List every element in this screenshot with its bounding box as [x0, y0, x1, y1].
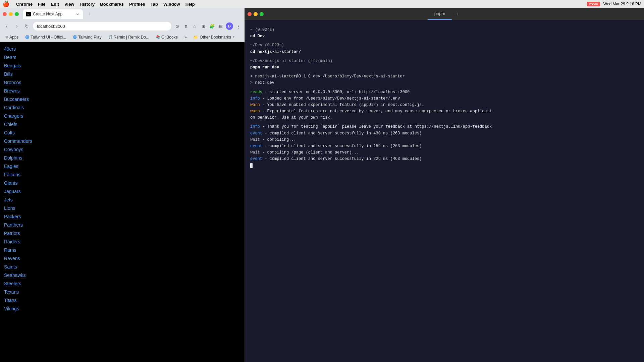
menubar-bookmarks[interactable]: Bookmarks: [100, 2, 124, 7]
team-link[interactable]: Cowboys: [4, 147, 23, 152]
bookmark-tailwind-ui-label: Tailwind UI - Offici...: [31, 35, 66, 40]
url-input[interactable]: [33, 22, 171, 31]
menubar-view[interactable]: View: [64, 2, 74, 7]
terminal-text: - compiled client and server successfull…: [262, 131, 422, 136]
terminal-line: warn - You have enabled experimental fea…: [250, 102, 639, 108]
maximize-button[interactable]: [15, 12, 19, 16]
terminal-line: wait - compiling /page (client and serve…: [250, 149, 639, 156]
team-item: 49ers: [4, 45, 240, 53]
team-item: Bengals: [4, 62, 240, 70]
team-link[interactable]: Bengals: [4, 63, 21, 68]
terminal-maximize[interactable]: [260, 12, 264, 16]
menubar-chrome[interactable]: Chrome: [16, 2, 33, 7]
menubar-tab[interactable]: Tab: [151, 2, 158, 7]
bookmark-remix[interactable]: 🎵 Remix | Remix Do...: [106, 34, 152, 40]
team-link[interactable]: Ravens: [4, 256, 20, 261]
bookmark-tailwind-play[interactable]: 🌀 Tailwind Play: [70, 34, 104, 40]
team-link[interactable]: Lions: [4, 205, 15, 211]
menubar-edit[interactable]: Edit: [51, 2, 59, 7]
team-link[interactable]: Packers: [4, 214, 21, 219]
team-link[interactable]: Buccaneers: [4, 97, 29, 102]
terminal-text: - You have enabled experimental feature …: [260, 103, 424, 107]
bookmark-star-icon[interactable]: ☆: [191, 22, 198, 30]
team-link[interactable]: Seahawks: [4, 273, 26, 278]
team-link[interactable]: Titans: [4, 298, 17, 303]
forward-button[interactable]: ›: [13, 22, 21, 30]
team-link[interactable]: Raiders: [4, 239, 20, 244]
more-button[interactable]: ⋮: [234, 22, 242, 30]
grid-icon[interactable]: ⊞: [217, 22, 224, 30]
team-link[interactable]: Texans: [4, 289, 19, 295]
browser-content[interactable]: 49ersBearsBengalsBillsBroncosBrownsBucca…: [0, 42, 245, 362]
team-item: Buccaneers: [4, 95, 240, 104]
menubar-window[interactable]: Window: [163, 2, 180, 7]
bookmark-tailwind-ui[interactable]: 🌀 Tailwind UI - Offici...: [22, 34, 69, 40]
back-button[interactable]: ‹: [3, 22, 11, 30]
zoom-icon: zoom: [587, 2, 600, 6]
tab-title: Create Next App: [33, 12, 73, 16]
terminal-line: warn - Experimental features are not cov…: [250, 108, 639, 115]
terminal-new-tab-button[interactable]: +: [453, 10, 461, 18]
team-link[interactable]: Patriots: [4, 231, 20, 236]
bookmark-apps[interactable]: ⊞ Apps: [3, 34, 21, 40]
team-link[interactable]: 49ers: [4, 46, 16, 52]
minimize-button[interactable]: [9, 12, 13, 16]
apple-menu[interactable]: 🍎: [3, 1, 9, 7]
terminal-line: [250, 86, 639, 89]
terminal-line: event - compiled client and server succe…: [250, 130, 639, 137]
refresh-button[interactable]: ↻: [23, 22, 31, 30]
other-bookmarks-folder[interactable]: 📁 Other Bookmarks ▼: [191, 34, 237, 40]
team-item: Panthers: [4, 221, 240, 229]
menubar-history[interactable]: History: [79, 2, 95, 7]
browser-chrome: N Create Next App ✕ + ‹ › ↻ ⊙ ⬆ ☆ ⊞ 🧩: [0, 8, 245, 42]
team-link[interactable]: Steelers: [4, 281, 21, 286]
new-tab-button[interactable]: +: [86, 10, 94, 18]
close-button[interactable]: [3, 12, 7, 16]
team-link[interactable]: Bears: [4, 55, 16, 60]
terminal-output[interactable]: ~ (0.024s)cd Dev ~/Dev (0.023s)cd nextjs…: [245, 20, 644, 362]
team-link[interactable]: Rams: [4, 247, 16, 253]
team-link[interactable]: Cardinals: [4, 105, 24, 110]
team-link[interactable]: Giants: [4, 180, 17, 186]
team-link[interactable]: Panthers: [4, 222, 23, 228]
terminal-line: > next dev: [250, 80, 639, 86]
bookmarks-overflow[interactable]: »: [182, 34, 190, 40]
team-link[interactable]: Eagles: [4, 164, 18, 169]
team-link[interactable]: Bills: [4, 71, 13, 77]
terminal-command: cd nextjs-ai-starter/: [250, 50, 301, 54]
team-link[interactable]: Falcons: [4, 172, 20, 177]
puzzle-icon[interactable]: 🧩: [208, 22, 216, 30]
active-tab[interactable]: N Create Next App ✕: [23, 9, 83, 19]
terminal-prompt: ~ (0.024s): [250, 27, 274, 32]
team-item: Falcons: [4, 171, 240, 179]
tab-close-button[interactable]: ✕: [75, 12, 80, 16]
terminal-line: info - Loaded env from /Users/blamy/Dev/…: [250, 96, 639, 102]
traffic-lights: [3, 12, 19, 16]
team-item: Packers: [4, 213, 240, 221]
extension-icon[interactable]: ⊞: [200, 22, 207, 30]
team-link[interactable]: Chargers: [4, 113, 23, 119]
terminal-line: on behavior. Use at your own risk.: [250, 115, 639, 121]
lens-icon[interactable]: ⊙: [173, 22, 181, 30]
menubar-help[interactable]: Help: [185, 2, 195, 7]
team-link[interactable]: Jaguars: [4, 189, 21, 194]
team-link[interactable]: Commanders: [4, 138, 32, 144]
team-link[interactable]: Browns: [4, 88, 20, 94]
team-link[interactable]: Chiefs: [4, 122, 17, 127]
terminal-close[interactable]: [248, 12, 252, 16]
terminal-tab-pnpm[interactable]: pnpm: [428, 8, 452, 20]
team-link[interactable]: Vikings: [4, 306, 19, 311]
menubar-profiles[interactable]: Profiles: [129, 2, 145, 7]
menubar-file[interactable]: File: [38, 2, 45, 7]
terminal-minimize[interactable]: [254, 12, 258, 16]
share-icon[interactable]: ⬆: [182, 22, 190, 30]
terminal-line: info - Thank you for testing `appDir` pl…: [250, 124, 639, 130]
team-link[interactable]: Dolphins: [4, 155, 22, 161]
remix-icon: 🎵: [108, 35, 112, 39]
team-link[interactable]: Broncos: [4, 80, 21, 85]
team-link[interactable]: Saints: [4, 264, 17, 269]
profile-button[interactable]: B: [226, 22, 233, 30]
bookmark-gitbooks[interactable]: 📚 GitBooks: [153, 34, 180, 40]
team-link[interactable]: Jets: [4, 197, 13, 202]
team-link[interactable]: Colts: [4, 130, 15, 135]
